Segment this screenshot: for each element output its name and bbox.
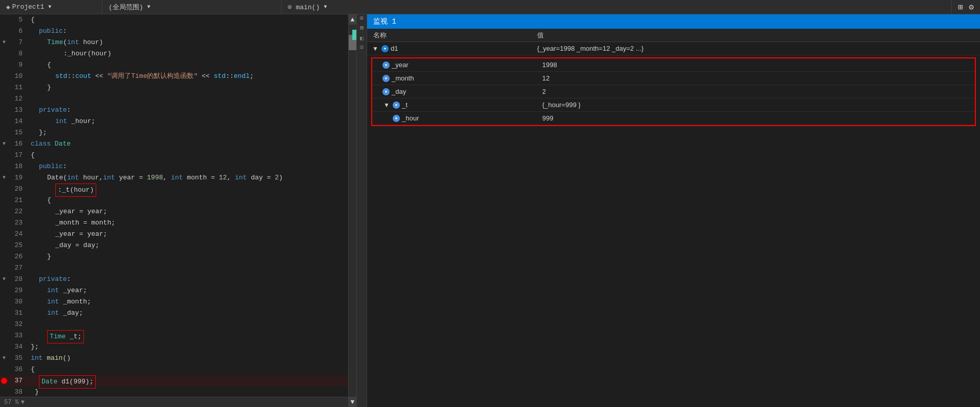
watch-row-t[interactable]: ▼ ● _t {_hour=999 } <box>372 98 975 112</box>
func-dropdown-arrow: ▼ <box>324 4 327 10</box>
right-icon-3[interactable]: ◧ <box>358 35 365 42</box>
expand-t-button[interactable]: ▼ <box>382 101 391 109</box>
line-number: 29 <box>8 285 29 296</box>
line-content[interactable]: public: <box>29 26 348 37</box>
var-icon-d1: ● <box>381 45 389 52</box>
line-content[interactable]: Date d1(999); <box>29 375 348 386</box>
watch-name-year: ● _year <box>372 60 536 70</box>
right-icon-4[interactable]: ⊟ <box>358 46 365 49</box>
zoom-dropdown[interactable]: ▼ <box>21 399 25 406</box>
line-indicator <box>0 161 8 172</box>
line-content[interactable]: }; <box>29 127 348 138</box>
project-selector[interactable]: ◈ Project1 ▼ <box>0 0 102 14</box>
right-icon-2[interactable]: ▤ <box>358 24 365 31</box>
line-indicator <box>0 386 8 398</box>
line-number: 11 <box>8 82 29 93</box>
line-indicator <box>0 308 8 319</box>
code-lines: 5 { 6 public: ▼ 7 Time(int hour) 8 :_hou… <box>0 14 348 398</box>
scroll-up-button[interactable]: ▲ <box>349 14 356 25</box>
line-content[interactable]: public: <box>29 161 348 172</box>
collapse-arrow[interactable]: ▼ <box>3 138 6 150</box>
table-row: 30 int _month; <box>0 296 348 308</box>
line-content[interactable]: Time(int hour) <box>29 37 348 48</box>
line-indicator <box>0 375 8 386</box>
expand-d1-button[interactable]: ▼ <box>371 45 379 53</box>
line-number: 13 <box>8 105 29 116</box>
pin-button[interactable]: ⊞ <box>956 1 965 13</box>
line-content[interactable]: { <box>29 150 348 161</box>
breakpoint-indicator[interactable] <box>1 378 7 384</box>
line-content[interactable] <box>29 319 348 330</box>
watch-row-d1[interactable]: ▼ ● d1 {_year=1998 _month=12 _day=2 ...} <box>367 42 980 55</box>
var-name-hour: _hour <box>402 114 419 122</box>
line-number: 32 <box>8 319 29 330</box>
watch-row-year[interactable]: ● _year 1998 <box>372 58 975 72</box>
line-number: 18 <box>8 161 29 172</box>
line-number: 30 <box>8 296 29 308</box>
line-content[interactable] <box>29 262 348 274</box>
line-indicator <box>0 229 8 240</box>
line-number: 28 <box>8 274 29 285</box>
line-content[interactable]: { <box>29 14 348 26</box>
table-row: ▼ 19 Date(int hour,int year = 1998, int … <box>0 172 348 184</box>
line-content[interactable]: Time _t; <box>29 330 348 341</box>
watch-row-hour[interactable]: ● _hour 999 <box>372 112 975 125</box>
table-row: 13 private: <box>0 105 348 116</box>
line-content[interactable]: int _month; <box>29 296 348 308</box>
line-content[interactable]: :_hour(hour) <box>29 48 348 59</box>
table-row: 38 } <box>0 386 348 398</box>
line-content[interactable]: _year = year; <box>29 206 348 217</box>
line-content[interactable]: } <box>29 251 348 262</box>
line-content[interactable] <box>29 93 348 105</box>
line-content[interactable]: } <box>29 82 348 93</box>
line-content[interactable]: int _hour; <box>29 116 348 127</box>
collapse-arrow[interactable]: ▼ <box>3 172 6 184</box>
line-content[interactable]: _month = month; <box>29 217 348 229</box>
line-indicator <box>0 262 8 274</box>
watch-values-red-box: ● _year 1998 ● _month 12 ● _day <box>371 57 976 126</box>
table-row: 36 { <box>0 364 348 375</box>
editor-scrollbar[interactable]: ▲ ▼ <box>348 14 356 407</box>
line-content[interactable]: private: <box>29 105 348 116</box>
line-content[interactable]: } <box>29 386 348 398</box>
table-row: ▼ 35 int main() <box>0 353 348 364</box>
line-content[interactable]: _day = day; <box>29 240 348 251</box>
func-selector[interactable]: ⊙ main() ▼ <box>282 0 952 14</box>
line-content[interactable]: { <box>29 195 348 206</box>
line-content[interactable]: private: <box>29 274 348 285</box>
var-name-month: _month <box>392 74 414 82</box>
line-indicator <box>0 184 8 195</box>
line-indicator <box>0 206 8 217</box>
watch-name-hour: ● _hour <box>372 113 536 123</box>
line-content[interactable]: _year = year; <box>29 229 348 240</box>
line-content[interactable]: { <box>29 364 348 375</box>
collapse-arrow[interactable]: ▼ <box>3 37 6 48</box>
project-dropdown-arrow: ▼ <box>48 4 51 10</box>
line-content[interactable]: int _year; <box>29 285 348 296</box>
line-content[interactable]: }; <box>29 341 348 353</box>
line-content[interactable]: int _day; <box>29 308 348 319</box>
scroll-down-button[interactable]: ▼ <box>349 397 356 407</box>
right-icon-1[interactable]: ⊞ <box>358 16 365 20</box>
collapse-arrow[interactable]: ▼ <box>3 353 6 364</box>
line-content[interactable]: int main() <box>29 353 348 364</box>
line-number: 12 <box>8 93 29 105</box>
project-name: Project1 <box>12 3 44 11</box>
line-content[interactable]: std::cout << "调用了Time的默认构造函数" << std::en… <box>29 71 348 82</box>
scope-selector[interactable]: (全局范围) ▼ <box>102 0 282 14</box>
top-bar: ◈ Project1 ▼ (全局范围) ▼ ⊙ main() ▼ ⊞ ⚙ <box>0 0 980 14</box>
line-indicator <box>0 330 8 341</box>
table-row: 5 { <box>0 14 348 26</box>
line-indicator: ▼ <box>0 172 8 184</box>
watch-row-day[interactable]: ● _day 2 <box>372 85 975 98</box>
line-content[interactable]: { <box>29 59 348 71</box>
collapse-arrow[interactable]: ▼ <box>3 274 6 285</box>
watch-row-month[interactable]: ● _month 12 <box>372 72 975 85</box>
line-content[interactable]: class Date <box>29 138 348 150</box>
line-indicator <box>0 195 8 206</box>
table-row: 8 :_hour(hour) <box>0 48 348 59</box>
settings-button[interactable]: ⚙ <box>967 1 976 13</box>
line-content[interactable]: Date(int hour,int year = 1998, int month… <box>29 172 348 184</box>
line-content[interactable]: :_t(hour) <box>29 184 348 195</box>
right-side-panel: ⊞ ▤ ◧ ⊟ <box>356 14 367 407</box>
